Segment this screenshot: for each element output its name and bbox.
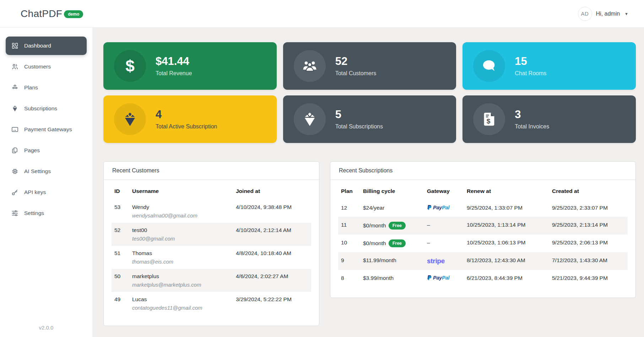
- table-row[interactable]: 10 $0/monthFree – 10/25/2023, 1:06:13 PM: [338, 234, 628, 252]
- customer-username: Lucas: [132, 296, 229, 303]
- customer-user-cell: Lucas contatoguedes11@gmail.com: [129, 292, 233, 315]
- table-row[interactable]: 12 $24/year: [338, 200, 628, 217]
- stat-value: $41.44: [156, 56, 192, 67]
- stat-label: Total Invoices: [515, 123, 549, 130]
- customer-email: thomas@eis.com: [132, 259, 229, 265]
- tables-row: Recent Customers ID Username Joined at: [103, 161, 636, 326]
- free-badge: Free: [389, 239, 406, 247]
- customer-id: 53: [112, 200, 129, 223]
- recent-subscriptions-body: Plan Billing cycle Gateway Renew at Crea…: [330, 180, 635, 298]
- recent-subscriptions-panel: Recent Subscriptions Plan Billing cycle …: [330, 161, 636, 298]
- subscription-billing-cell: $11.99/month: [360, 252, 424, 270]
- billing-cycle: $24/year: [363, 205, 384, 211]
- recent-customers-rows: 53 Wendy wendysalma00@gmail.com 4/10/202…: [112, 200, 311, 315]
- table-row[interactable]: 50 marketplus marketplus@marketplus.com …: [112, 269, 311, 292]
- users-icon: [11, 63, 19, 71]
- customer-email: wendysalma00@gmail.com: [132, 212, 229, 219]
- cubes-icon: [11, 84, 19, 92]
- recent-subscriptions-rows: 12 $24/year: [338, 200, 628, 287]
- sidebar-item-payment-gateways[interactable]: Payment Gateways: [6, 120, 87, 139]
- sidebar-item-subscriptions[interactable]: Subscriptions: [6, 99, 87, 118]
- customer-email: marketplus@marketplus.com: [132, 282, 229, 288]
- stat-icon-circle: $: [114, 50, 146, 82]
- col-header-plan: Plan: [338, 182, 360, 200]
- col-header-billing: Billing cycle: [360, 182, 424, 200]
- recent-customers-table: ID Username Joined at 53 Wendy: [112, 182, 311, 315]
- customer-username: test00: [132, 227, 229, 233]
- subscription-billing-cell: $0/monthFree: [360, 234, 424, 252]
- stat-card-chat-rooms: 15 Chat Rooms: [462, 42, 636, 90]
- free-badge: Free: [389, 222, 406, 230]
- pages-icon: [11, 147, 19, 154]
- subscription-plan-id: 11: [338, 217, 360, 234]
- app-version: v2.0.0: [0, 325, 92, 331]
- sidebar-item-api-keys[interactable]: API keys: [6, 183, 87, 201]
- subscription-created-at: 9/25/2023, 2:06:13 PM: [549, 234, 628, 252]
- subscription-plan-id: 8: [338, 270, 360, 287]
- sidebar-item-ai-settings[interactable]: AI Settings: [6, 162, 87, 181]
- subscription-billing-cell: $24/year: [360, 200, 424, 217]
- customer-username: Wendy: [132, 204, 229, 210]
- customer-joined-at: 4/10/2024, 2:12:14 AM: [233, 223, 311, 246]
- customer-username: marketplus: [132, 273, 229, 280]
- key-icon: [11, 188, 19, 196]
- table-row[interactable]: 49 Lucas contatoguedes11@gmail.com 3/29/…: [112, 292, 311, 315]
- subscription-renew-at: 6/21/2023, 8:44:39 PM: [464, 270, 549, 287]
- stat-icon-circle: [114, 103, 146, 135]
- stat-label: Total Subscriptions: [335, 123, 383, 130]
- stat-label: Total Revenue: [156, 70, 192, 77]
- subscription-renew-at: 10/25/2023, 1:13:14 PM: [464, 217, 549, 234]
- customer-joined-at: 4/8/2024, 10:18:40 AM: [233, 246, 311, 269]
- subscription-created-at: 5/21/2023, 9:44:39 PM: [549, 270, 628, 287]
- customer-email: contatoguedes11@gmail.com: [132, 305, 229, 311]
- table-row[interactable]: 9 $11.99/month stripe 8/12/2023, 12:43:3…: [338, 252, 628, 270]
- stripe-logo: stripe: [427, 257, 445, 265]
- subscription-renew-at: 10/25/2023, 1:06:13 PM: [464, 234, 549, 252]
- stats-grid: $ $41.44 Total Revenue 52 Total: [103, 42, 636, 143]
- chat-bubble-icon: [481, 57, 498, 74]
- sidebar-item-plans[interactable]: Plans: [6, 78, 87, 97]
- sidebar-item-customers[interactable]: Customers: [6, 57, 87, 76]
- customer-joined-at: 4/10/2024, 9:38:48 PM: [233, 200, 311, 223]
- col-header-username: Username: [129, 182, 233, 200]
- col-header-joined: Joined at: [233, 182, 311, 200]
- sidebar-item-dashboard[interactable]: Dashboard: [6, 37, 87, 55]
- table-row[interactable]: 8 $3.99/month: [338, 270, 628, 287]
- col-header-id: ID: [112, 182, 129, 200]
- recent-subscriptions-table: Plan Billing cycle Gateway Renew at Crea…: [338, 182, 628, 287]
- table-row[interactable]: 53 Wendy wendysalma00@gmail.com 4/10/202…: [112, 200, 311, 223]
- avatar[interactable]: AD: [578, 7, 592, 21]
- customer-joined-at: 4/6/2024, 2:02:27 AM: [233, 269, 311, 292]
- recent-customers-panel: Recent Customers ID Username Joined at: [103, 161, 319, 326]
- brand-name: ChatPDF: [21, 8, 62, 20]
- chip-icon: [11, 167, 19, 175]
- stat-card-total-active-subscription: 4 Total Active Subscription: [103, 95, 277, 143]
- paypal-logo: PayPal: [427, 205, 449, 210]
- subscription-billing-cell: $3.99/month: [360, 270, 424, 287]
- table-row[interactable]: 11 $0/monthFree – 10/25/2023, 1:13:14 PM: [338, 217, 628, 234]
- brand-logo[interactable]: ChatPDF demo: [21, 8, 83, 20]
- top-header: ChatPDF demo AD Hi, admin ▼: [0, 0, 644, 28]
- subscription-renew-at: 9/25/2024, 1:33:07 PM: [464, 200, 549, 217]
- sidebar-item-pages[interactable]: Pages: [6, 141, 87, 160]
- customer-email: tes00@gmail.com: [132, 236, 229, 242]
- svg-text:$: $: [487, 117, 491, 125]
- table-row[interactable]: 51 Thomas thomas@eis.com 4/8/2024, 10:18…: [112, 246, 311, 269]
- users-group-icon: [302, 58, 318, 74]
- stat-card-total-customers: 52 Total Customers: [283, 42, 456, 90]
- col-header-renew: Renew at: [464, 182, 549, 200]
- customer-joined-at: 3/29/2024, 5:22:22 PM: [233, 292, 311, 315]
- stat-value: 3: [515, 109, 549, 120]
- customer-username: Thomas: [132, 250, 229, 256]
- subscription-plan-id: 9: [338, 252, 360, 270]
- customer-id: 50: [112, 269, 129, 292]
- sidebar-item-settings[interactable]: Settings: [6, 204, 87, 222]
- stat-icon-circle: [294, 50, 326, 82]
- paypal-logo: PayPal: [427, 275, 449, 281]
- stat-label: Total Active Subscription: [156, 123, 217, 130]
- sidebar-item-label: Plans: [24, 84, 38, 91]
- dashboard-grid-icon: [11, 42, 19, 50]
- table-row[interactable]: 52 test00 tes00@gmail.com 4/10/2024, 2:1…: [112, 223, 311, 246]
- user-menu[interactable]: AD Hi, admin ▼: [578, 7, 628, 21]
- stat-card-total-revenue: $ $41.44 Total Revenue: [103, 42, 277, 90]
